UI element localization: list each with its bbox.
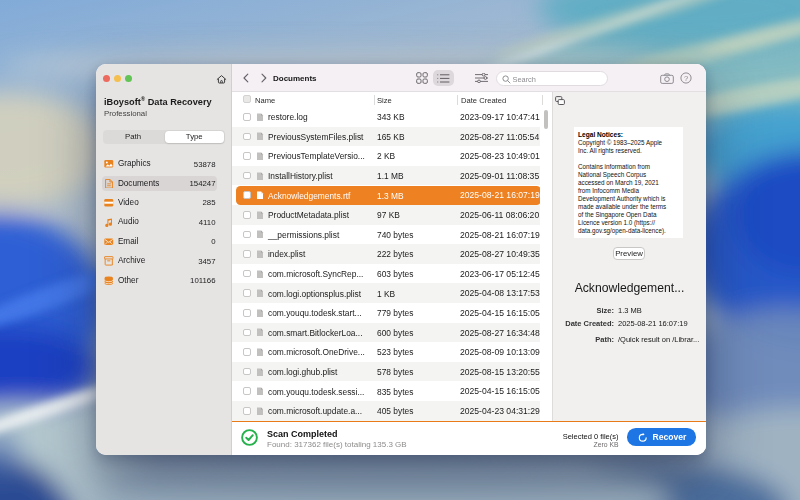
svg-text:?: ? [684,73,688,82]
